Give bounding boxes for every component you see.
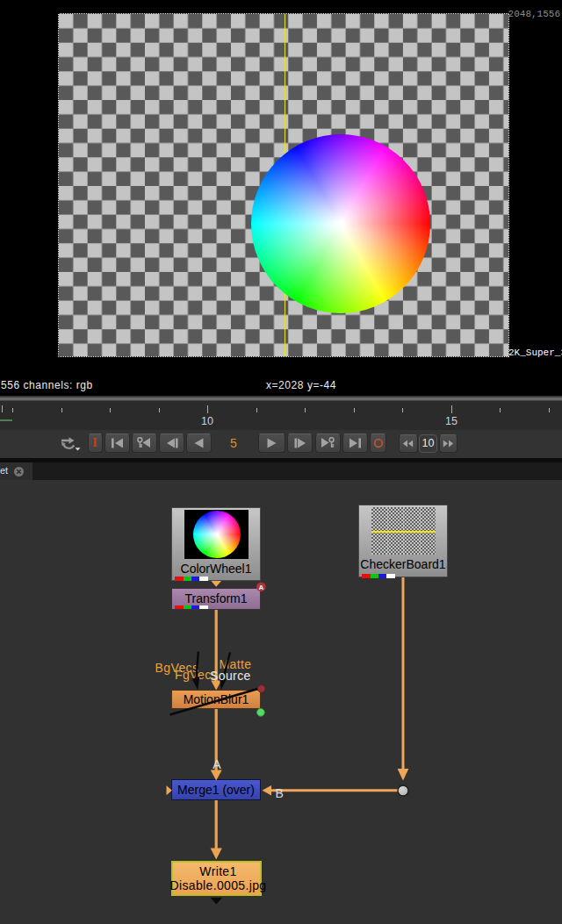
svg-text:A: A <box>258 584 263 591</box>
